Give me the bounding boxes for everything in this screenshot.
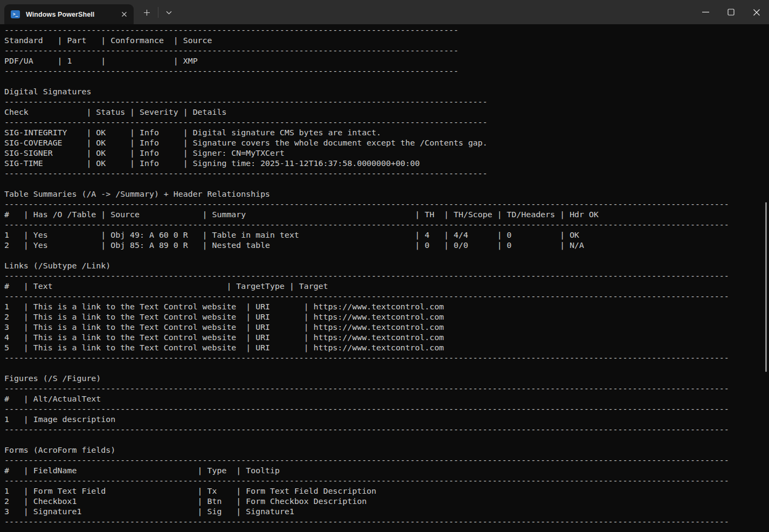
terminal-line: ----------------------------------------… bbox=[4, 118, 769, 128]
terminal-line: 2 | Checkbox1 | Btn | Form Checkbox Desc… bbox=[4, 496, 769, 507]
terminal-line: ----------------------------------------… bbox=[4, 404, 769, 414]
terminal-line bbox=[4, 179, 769, 189]
terminal-line: 2 | This is a link to the Text Control w… bbox=[4, 312, 769, 322]
maximize-button[interactable] bbox=[718, 0, 744, 24]
terminal-line: 5 | This is a link to the Text Control w… bbox=[4, 343, 769, 353]
terminal-line: # | Alt/ActualText bbox=[4, 394, 769, 404]
terminal-line: SIG-INTEGRITY | OK | Info | Digital sign… bbox=[4, 128, 769, 138]
terminal-line: ----------------------------------------… bbox=[4, 292, 769, 302]
plus-icon bbox=[143, 9, 150, 16]
close-button[interactable] bbox=[744, 0, 769, 24]
terminal-line: ----------------------------------------… bbox=[4, 517, 769, 527]
titlebar: >_ Windows PowerShell bbox=[0, 0, 769, 24]
terminal-line: ----------------------------------------… bbox=[4, 169, 769, 179]
terminal-line: 1 | This is a link to the Text Control w… bbox=[4, 302, 769, 312]
maximize-icon bbox=[728, 9, 735, 16]
close-icon bbox=[753, 9, 760, 16]
tab-close-icon[interactable] bbox=[117, 8, 130, 21]
terminal-line: ----------------------------------------… bbox=[4, 384, 769, 394]
terminal-line bbox=[4, 251, 769, 261]
terminal-line: ----------------------------------------… bbox=[4, 220, 769, 230]
terminal-line: # | Has /O /Table | Source | Summary | T… bbox=[4, 210, 769, 220]
terminal-line: 1 | Image description bbox=[4, 414, 769, 425]
terminal-line: ----------------------------------------… bbox=[4, 25, 769, 36]
terminal-line: # | FieldName | Type | Tooltip bbox=[4, 466, 769, 476]
tab-title: Windows PowerShell bbox=[26, 11, 117, 18]
terminal-line: Forms (AcroForm fields) bbox=[4, 445, 769, 455]
terminal-line: ----------------------------------------… bbox=[4, 199, 769, 210]
terminal-line: ----------------------------------------… bbox=[4, 353, 769, 363]
terminal-line: 1 | Yes | Obj 49: A 60 0 R | Table in ma… bbox=[4, 230, 769, 240]
terminal-line: # | Text | TargetType | Target bbox=[4, 281, 769, 292]
terminal-line: 3 | Signature1 | Sig | Signature1 bbox=[4, 507, 769, 517]
powershell-icon: >_ bbox=[11, 10, 20, 18]
terminal-line: ----------------------------------------… bbox=[4, 271, 769, 281]
chevron-down-icon bbox=[166, 11, 172, 15]
terminal-line bbox=[4, 77, 769, 87]
terminal-line: ----------------------------------------… bbox=[4, 455, 769, 466]
terminal-line bbox=[4, 435, 769, 445]
terminal-line: Standard | Part | Conformance | Source bbox=[4, 36, 769, 46]
minimize-icon bbox=[702, 8, 710, 16]
terminal-line: ----------------------------------------… bbox=[4, 46, 769, 56]
terminal-line: 3 | This is a link to the Text Control w… bbox=[4, 322, 769, 333]
terminal-line: Digital Signatures bbox=[4, 87, 769, 97]
terminal-line: Table Summaries (/A -> /Summary) + Heade… bbox=[4, 189, 769, 199]
terminal-line: ----------------------------------------… bbox=[4, 425, 769, 435]
tab-dropdown-button[interactable] bbox=[160, 3, 177, 22]
terminal-line: SIG-COVERAGE | OK | Info | Signature cov… bbox=[4, 138, 769, 148]
terminal-line: SIG-SIGNER | OK | Info | Signer: CN=MyTX… bbox=[4, 148, 769, 158]
new-tab-button[interactable] bbox=[137, 3, 156, 22]
scrollbar-thumb[interactable] bbox=[765, 202, 767, 372]
terminal-line bbox=[4, 363, 769, 374]
terminal-line: 4 | This is a link to the Text Control w… bbox=[4, 333, 769, 343]
terminal-line: PDF/UA | 1 | | XMP bbox=[4, 56, 769, 66]
terminal-line: ----------------------------------------… bbox=[4, 66, 769, 77]
terminal-line: Check | Status | Severity | Details bbox=[4, 107, 769, 118]
tab-bar-separator bbox=[158, 7, 158, 18]
tab-windows-powershell[interactable]: >_ Windows PowerShell bbox=[4, 4, 134, 24]
terminal-line: ----------------------------------------… bbox=[4, 476, 769, 486]
minimize-button[interactable] bbox=[693, 0, 718, 24]
terminal-line: Figures (/S /Figure) bbox=[4, 374, 769, 384]
terminal-line: 2 | Yes | Obj 85: A 89 0 R | Nested tabl… bbox=[4, 240, 769, 251]
terminal-line: ----------------------------------------… bbox=[4, 97, 769, 107]
terminal-line: 1 | Form Text Field | Tx | Form Text Fie… bbox=[4, 486, 769, 496]
terminal-output[interactable]: ----------------------------------------… bbox=[0, 24, 769, 532]
terminal-line: Links (/Subtype /Link) bbox=[4, 261, 769, 271]
terminal-line: SIG-TIME | OK | Info | Signing time: 202… bbox=[4, 158, 769, 169]
terminal-window: >_ Windows PowerShell ------------------… bbox=[0, 0, 769, 532]
